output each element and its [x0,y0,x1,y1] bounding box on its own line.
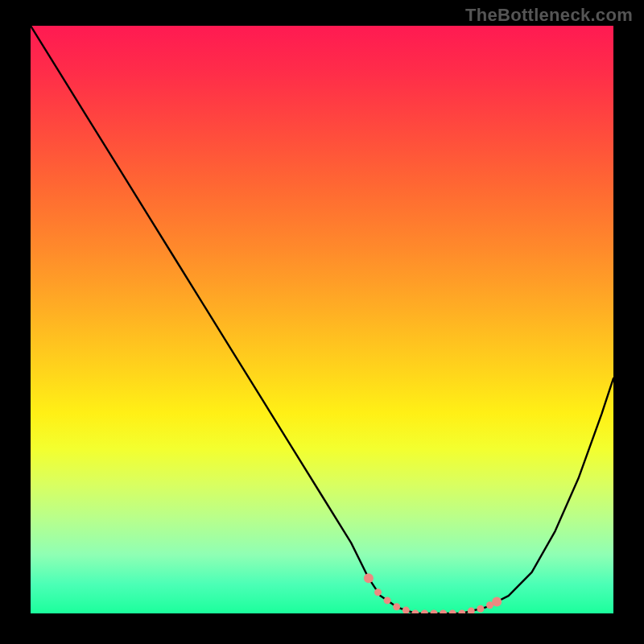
optimal-zone-dot [431,610,438,614]
optimal-zone-dot [374,588,382,596]
optimal-zone-dot [477,605,484,613]
curve-overlay [31,26,613,613]
optimal-zone-dot [393,603,400,610]
optimal-zone-endcap [364,573,374,583]
optimal-zone-endcap [492,597,502,606]
watermark-text: TheBottleneck.com [465,5,633,26]
optimal-zone-dot [440,610,447,614]
optimal-zone-markers [364,573,502,613]
optimal-zone-dot [402,607,410,613]
optimal-zone-dot [458,610,465,614]
optimal-zone-dot [468,608,475,613]
chart-frame: TheBottleneck.com [0,0,644,644]
plot-area [31,26,613,613]
bottleneck-curve-line [31,26,613,613]
optimal-zone-dot [449,610,456,614]
optimal-zone-dot [384,597,391,604]
optimal-zone-dot [411,610,419,614]
optimal-zone-dot [421,610,428,614]
